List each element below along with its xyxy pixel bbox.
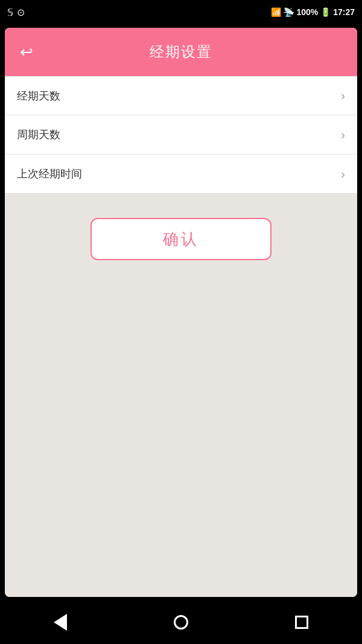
nav-recent-icon xyxy=(295,616,308,629)
menu-item-cycle-days-label: 周期天数 xyxy=(17,127,60,142)
menu-item-last-period[interactable]: 上次经期时间 › xyxy=(5,155,357,194)
nav-recent-button[interactable] xyxy=(287,607,317,637)
chevron-right-icon-1: › xyxy=(341,128,345,142)
menu-list: 经期天数 › 周期天数 › 上次经期时间 › xyxy=(5,76,357,194)
menu-item-last-period-label: 上次经期时间 xyxy=(17,167,82,181)
wifi-icon: 📡 xyxy=(284,7,294,17)
nav-home-button[interactable] xyxy=(166,607,196,637)
content-area: 确认 xyxy=(5,194,357,597)
nav-back-icon xyxy=(54,614,67,631)
confirm-button-label: 确认 xyxy=(163,229,199,250)
clock: 17:27 xyxy=(333,7,355,17)
app-container: ↩ 经期设置 经期天数 › 周期天数 › 上次经期时间 › 确认 xyxy=(5,28,357,597)
status-left-icons: 𝕊 ⊙ xyxy=(7,7,25,18)
header: ↩ 经期设置 xyxy=(5,28,357,76)
app-icon-o: ⊙ xyxy=(17,7,25,18)
status-right-info: 📶 📡 100% 🔋 17:27 xyxy=(271,7,355,17)
app-icon-s: 𝕊 xyxy=(7,7,13,18)
signal-icon: 📶 xyxy=(271,7,281,17)
battery-percent: 100% xyxy=(296,7,318,17)
back-arrow-icon: ↩ xyxy=(20,43,33,62)
menu-item-period-days[interactable]: 经期天数 › xyxy=(5,76,357,115)
bottom-nav xyxy=(0,601,362,644)
chevron-right-icon-2: › xyxy=(341,167,345,181)
page-title: 经期设置 xyxy=(150,42,212,62)
nav-back-button[interactable] xyxy=(45,607,75,637)
menu-item-cycle-days[interactable]: 周期天数 › xyxy=(5,115,357,155)
battery-icon: 🔋 xyxy=(320,7,331,17)
menu-item-period-days-label: 经期天数 xyxy=(17,89,60,103)
chevron-right-icon-0: › xyxy=(341,89,345,103)
confirm-button[interactable]: 确认 xyxy=(91,218,272,260)
status-bar: 𝕊 ⊙ 📶 📡 100% 🔋 17:27 xyxy=(0,0,362,24)
back-button[interactable]: ↩ xyxy=(14,40,39,64)
nav-home-icon xyxy=(174,615,188,630)
